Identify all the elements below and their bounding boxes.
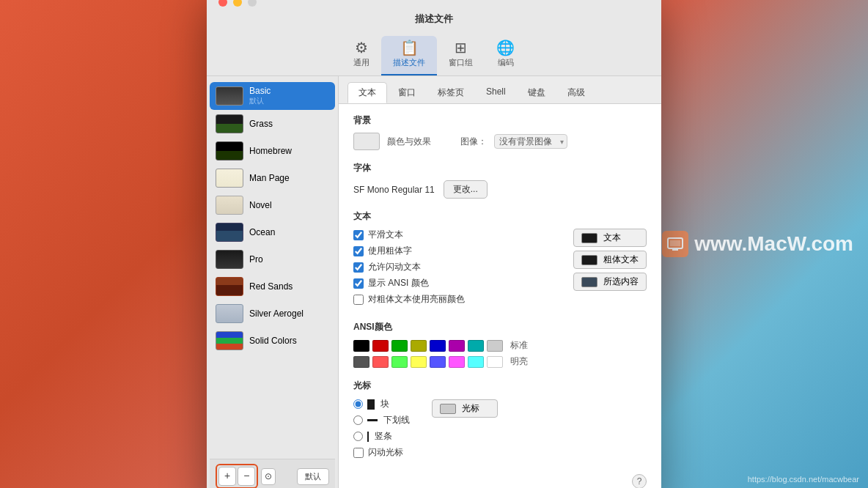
- help-button[interactable]: ?: [632, 474, 647, 488]
- selection-color-label: 所选内容: [603, 276, 639, 288]
- ansi-standard-row: 标准: [353, 339, 647, 352]
- cursor-bar-label: 竖条: [375, 430, 392, 443]
- profile-default-basic: 默认: [249, 96, 271, 106]
- ansi-bright-3[interactable]: [411, 356, 427, 368]
- toolbar-general[interactable]: ⚙ 通用: [342, 36, 381, 75]
- profile-item-pro[interactable]: Pro: [210, 246, 335, 273]
- remove-profile-button[interactable]: −: [238, 467, 255, 486]
- bar-cursor-icon: [367, 432, 369, 442]
- tab-keyboard[interactable]: 键盘: [517, 82, 556, 103]
- image-select[interactable]: 没有背景图像: [494, 134, 567, 149]
- add-remove-highlight: + −: [216, 464, 258, 488]
- settings-panel: 文本 窗口 标签页 Shell 键盘 高级 背景 颜色与效果 图像：: [339, 76, 661, 488]
- cursor-block-radio[interactable]: [353, 399, 363, 409]
- profile-thumb-solidcolors: [216, 331, 243, 350]
- gear-icon: ⚙: [355, 40, 368, 55]
- ansi-std-0[interactable]: [353, 340, 369, 352]
- ansi-bright-row: 明亮: [353, 355, 647, 368]
- toolbar-encoding[interactable]: 🌐 编码: [485, 36, 526, 75]
- bright-text-checkbox[interactable]: [353, 295, 364, 305]
- cursor-underline-radio[interactable]: [353, 415, 363, 425]
- change-font-button[interactable]: 更改...: [444, 180, 488, 199]
- toolbar-profiles[interactable]: 📋 描述文件: [381, 36, 437, 75]
- ansi-bright-6[interactable]: [468, 356, 484, 368]
- profile-thumb-basic: [216, 86, 243, 106]
- bold-text-color-label: 粗体文本: [603, 254, 639, 266]
- cursor-underline-row: 下划线: [353, 414, 410, 426]
- tab-text[interactable]: 文本: [347, 82, 387, 103]
- profile-item-homebrew[interactable]: Homebrew: [210, 138, 335, 164]
- blink-text-checkbox[interactable]: [353, 262, 364, 273]
- ansi-bright-4[interactable]: [430, 356, 446, 368]
- selection-color-button[interactable]: 所选内容: [573, 273, 647, 291]
- toolbar-general-label: 通用: [353, 57, 369, 68]
- background-color-preview[interactable]: [353, 133, 380, 150]
- text-color-buttons: 文本 粗体文本 所选内容: [573, 229, 647, 309]
- tab-shell[interactable]: Shell: [475, 82, 517, 103]
- add-profile-button[interactable]: +: [218, 467, 236, 486]
- font-title: 字体: [353, 162, 647, 174]
- ansi-std-5[interactable]: [449, 340, 465, 352]
- bright-text-label: 对粗体文本使用亮丽颜色: [368, 293, 465, 306]
- ansi-bright-0[interactable]: [353, 356, 369, 368]
- ansi-std-7[interactable]: [487, 340, 503, 352]
- watermark-icon: [662, 231, 688, 257]
- toolbar-encoding-label: 编码: [498, 57, 514, 68]
- bright-text-row: 对粗体文本使用亮丽颜色: [353, 293, 551, 306]
- tab-advanced[interactable]: 高级: [556, 82, 596, 103]
- profile-name-manpage: Man Page: [249, 173, 290, 183]
- blink-text-label: 允许闪动文本: [368, 261, 421, 273]
- tab-tabs[interactable]: 标签页: [427, 82, 475, 103]
- cursor-bar-radio[interactable]: [353, 432, 363, 441]
- cursor-options: 块 下划线 竖条: [353, 398, 410, 462]
- other-options-button[interactable]: ⊙: [261, 468, 276, 485]
- tab-window[interactable]: 窗口: [387, 82, 427, 103]
- cursor-block-label: 块: [380, 398, 389, 410]
- bold-font-label: 使用粗体字: [368, 245, 412, 257]
- text-color-button[interactable]: 文本: [573, 229, 647, 247]
- ansi-std-4[interactable]: [430, 340, 446, 352]
- profile-item-solidcolors[interactable]: Solid Colors: [210, 328, 335, 354]
- bright-label: 明亮: [510, 355, 528, 368]
- cursor-title: 光标: [353, 380, 647, 392]
- profile-thumb-novel: [216, 196, 243, 215]
- profile-name-grass: Grass: [249, 119, 273, 129]
- cursor-row: 块 下划线 竖条: [353, 398, 647, 462]
- profile-item-silveraerogel[interactable]: Silver Aerogel: [210, 300, 335, 327]
- minimize-button[interactable]: [233, 0, 242, 7]
- ansi-std-2[interactable]: [391, 340, 408, 352]
- ansi-bright-5[interactable]: [449, 356, 465, 368]
- image-select-wrapper[interactable]: 没有背景图像: [494, 134, 567, 149]
- image-label: 图像：: [460, 136, 487, 148]
- font-section: 字体 SF Mono Regular 11 更改...: [353, 162, 647, 199]
- bold-font-row: 使用粗体字: [353, 245, 551, 257]
- set-default-button[interactable]: 默认: [297, 468, 329, 485]
- encoding-icon: 🌐: [496, 40, 515, 55]
- smooth-text-row: 平滑文本: [353, 229, 551, 241]
- cursor-color-button[interactable]: 光标: [432, 399, 498, 418]
- ansi-std-6[interactable]: [468, 340, 484, 352]
- ansi-std-3[interactable]: [411, 340, 427, 352]
- svg-rect-1: [670, 240, 680, 246]
- maximize-button[interactable]: [248, 0, 257, 7]
- ansi-bright-1[interactable]: [372, 356, 389, 368]
- profile-item-basic[interactable]: Basic 默认: [210, 82, 335, 110]
- bold-text-color-button[interactable]: 粗体文本: [573, 251, 647, 269]
- profile-item-novel[interactable]: Novel: [210, 192, 335, 218]
- smooth-text-checkbox[interactable]: [353, 230, 364, 240]
- profile-item-ocean[interactable]: Ocean: [210, 219, 335, 245]
- ansi-bright-7[interactable]: [487, 356, 503, 368]
- ansi-color-checkbox[interactable]: [353, 278, 364, 289]
- blink-cursor-label: 闪动光标: [368, 446, 403, 459]
- profile-item-redsands[interactable]: Red Sands: [210, 273, 335, 300]
- blink-cursor-checkbox[interactable]: [353, 448, 364, 458]
- close-button[interactable]: [218, 0, 227, 7]
- profile-item-manpage[interactable]: Man Page: [210, 165, 335, 191]
- watermark: www.MacW.com: [662, 231, 853, 257]
- toolbar-window-label: 窗口组: [449, 57, 473, 68]
- ansi-bright-2[interactable]: [391, 356, 408, 368]
- profile-item-grass[interactable]: Grass: [210, 111, 335, 137]
- bold-font-checkbox[interactable]: [353, 246, 364, 256]
- ansi-std-1[interactable]: [372, 340, 389, 352]
- toolbar-window[interactable]: ⊞ 窗口组: [437, 36, 485, 75]
